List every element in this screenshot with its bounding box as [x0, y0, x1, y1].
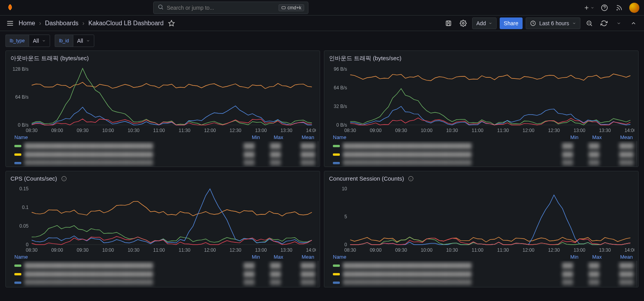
variable-lb-type[interactable]: lb_type All	[5, 35, 50, 47]
svg-text:32 B/s: 32 B/s	[334, 104, 347, 109]
legend-col-mean[interactable]: Mean	[283, 134, 314, 140]
legend-max: ███	[258, 271, 281, 277]
legend-row[interactable]: ████████████████████████████████████ ███…	[333, 150, 634, 159]
legend-max: ███	[576, 271, 599, 277]
refresh-icon[interactable]	[598, 17, 610, 29]
legend-col-name[interactable]: Name	[333, 254, 555, 260]
panel-title: CPS (Counts/sec)	[6, 171, 320, 184]
chart[interactable]: 0 B/s64 B/s128 B/s08:3009:0009:3010:0010…	[6, 64, 320, 134]
variable-lb-id[interactable]: lb_id All	[55, 35, 94, 47]
svg-text:11:00: 11:00	[472, 128, 484, 133]
info-icon[interactable]	[61, 176, 67, 182]
chevron-down-icon	[86, 39, 90, 43]
dashboard-panel[interactable]: 인바운드 트래픽 (bytes/sec)0 B/s32 B/s64 B/s96 …	[324, 50, 639, 167]
legend-row[interactable]: ████████████████████████████████████ ███…	[14, 142, 315, 150]
legend-row[interactable]: ████████████████████████████████████ ███…	[14, 270, 315, 278]
legend-col-max[interactable]: Max	[578, 254, 602, 260]
panel-title: Concurrent Session (Counts)	[324, 171, 638, 184]
legend-col-mean[interactable]: Mean	[283, 254, 314, 260]
star-icon[interactable]	[167, 19, 176, 28]
svg-text:0 B/s: 0 B/s	[18, 122, 29, 128]
legend-mean: ████	[284, 160, 315, 166]
info-icon[interactable]	[408, 176, 414, 182]
svg-text:11:30: 11:30	[178, 247, 190, 253]
legend-col-max[interactable]: Max	[260, 254, 283, 260]
legend-row[interactable]: ████████████████████████████████████ ███…	[333, 159, 634, 167]
rss-icon[interactable]	[615, 3, 624, 12]
refresh-interval-chevron-icon[interactable]	[613, 17, 625, 29]
add-panel-button[interactable]: Add	[472, 17, 497, 29]
legend-row[interactable]: ████████████████████████████████████ ███…	[333, 142, 634, 150]
save-dashboard-icon[interactable]	[443, 17, 454, 29]
legend-col-max[interactable]: Max	[260, 134, 283, 140]
legend-col-name[interactable]: Name	[333, 134, 555, 140]
share-button[interactable]: Share	[500, 17, 523, 29]
svg-text:13:00: 13:00	[573, 247, 585, 253]
legend-col-mean[interactable]: Mean	[602, 134, 633, 140]
legend-mean: ████	[602, 151, 634, 157]
dashboard-panel[interactable]: Concurrent Session (Counts)051008:3009:0…	[324, 171, 639, 287]
crumb-dashboards[interactable]: Dashboards	[45, 20, 78, 27]
global-search[interactable]: Search or jump to... cmd+k	[153, 2, 308, 14]
settings-icon[interactable]	[457, 17, 469, 29]
crumb-home[interactable]: Home	[19, 20, 35, 27]
chart[interactable]: 00.050.10.1508:3009:0009:3010:0010:3011:…	[6, 184, 320, 253]
svg-text:11:00: 11:00	[153, 247, 165, 253]
legend-col-min[interactable]: Min	[237, 134, 260, 140]
legend-swatch	[333, 264, 340, 267]
breadcrumb: Home › Dashboards › KakaoCloud LB Dashbo…	[19, 20, 164, 27]
legend-row[interactable]: ████████████████████████████████████ ███…	[14, 150, 315, 159]
legend-col-max[interactable]: Max	[578, 134, 602, 140]
help-icon[interactable]	[600, 3, 609, 12]
legend-min: ███	[550, 280, 573, 285]
legend-mean: ████	[602, 280, 634, 285]
svg-text:09:30: 09:30	[77, 128, 89, 133]
legend-mean: ████	[284, 280, 315, 285]
scrollbar[interactable]	[636, 261, 637, 287]
legend-col-min[interactable]: Min	[237, 254, 260, 260]
scrollbar[interactable]	[317, 261, 319, 287]
legend-col-min[interactable]: Min	[555, 134, 578, 140]
svg-text:08:30: 08:30	[344, 128, 356, 133]
legend-col-min[interactable]: Min	[555, 254, 578, 260]
zoom-out-icon[interactable]	[583, 17, 595, 29]
grafana-logo-icon[interactable]	[5, 2, 16, 13]
dashboard-panel[interactable]: 아웃바운드 트래픽 (bytes/sec)0 B/s64 B/s128 B/s0…	[5, 50, 320, 167]
legend-min: ███	[231, 280, 254, 285]
svg-text:13:00: 13:00	[255, 128, 267, 133]
menu-toggle-icon[interactable]	[5, 18, 16, 29]
legend-row[interactable]: ████████████████████████████████████ ███…	[14, 278, 315, 287]
legend-row[interactable]: ████████████████████████████████████ ███…	[14, 261, 315, 270]
svg-text:13:30: 13:30	[599, 128, 611, 133]
legend-header: Name Min Max Mean	[6, 253, 320, 261]
collapse-kiosk-icon[interactable]	[628, 17, 639, 29]
svg-text:09:00: 09:00	[370, 128, 382, 133]
user-avatar[interactable]	[629, 3, 639, 13]
legend-mean: ████	[602, 143, 634, 149]
legend-series-name: ████████████████████████████████████	[343, 271, 547, 277]
svg-text:14:00: 14:00	[625, 247, 634, 253]
legend-row[interactable]: ████████████████████████████████████ ███…	[333, 261, 634, 270]
chart[interactable]: 051008:3009:0009:3010:0010:3011:0011:301…	[324, 184, 638, 253]
legend-col-name[interactable]: Name	[14, 254, 237, 260]
svg-text:64 B/s: 64 B/s	[15, 94, 28, 100]
svg-text:08:30: 08:30	[344, 247, 356, 253]
legend-row[interactable]: ████████████████████████████████████ ███…	[14, 159, 315, 167]
svg-text:10:30: 10:30	[446, 247, 458, 253]
legend-col-mean[interactable]: Mean	[602, 254, 633, 260]
svg-point-0	[158, 5, 162, 9]
legend-swatch	[14, 282, 21, 284]
legend-col-name[interactable]: Name	[14, 134, 237, 140]
add-new-menu[interactable]	[583, 5, 594, 11]
legend-row[interactable]: ████████████████████████████████████ ███…	[333, 278, 634, 287]
time-range-picker[interactable]: Last 6 hours	[526, 17, 580, 29]
svg-text:0.1: 0.1	[22, 205, 29, 210]
svg-text:0 B/s: 0 B/s	[336, 122, 347, 128]
svg-text:96 B/s: 96 B/s	[334, 67, 347, 72]
scrollbar[interactable]	[317, 141, 319, 167]
legend-max: ███	[576, 160, 599, 166]
dashboard-panel[interactable]: CPS (Counts/sec)00.050.10.1508:3009:0009…	[5, 171, 320, 287]
legend-row[interactable]: ████████████████████████████████████ ███…	[333, 270, 634, 278]
scrollbar[interactable]	[636, 141, 637, 167]
chart[interactable]: 0 B/s32 B/s64 B/s96 B/s08:3009:0009:3010…	[324, 64, 638, 134]
